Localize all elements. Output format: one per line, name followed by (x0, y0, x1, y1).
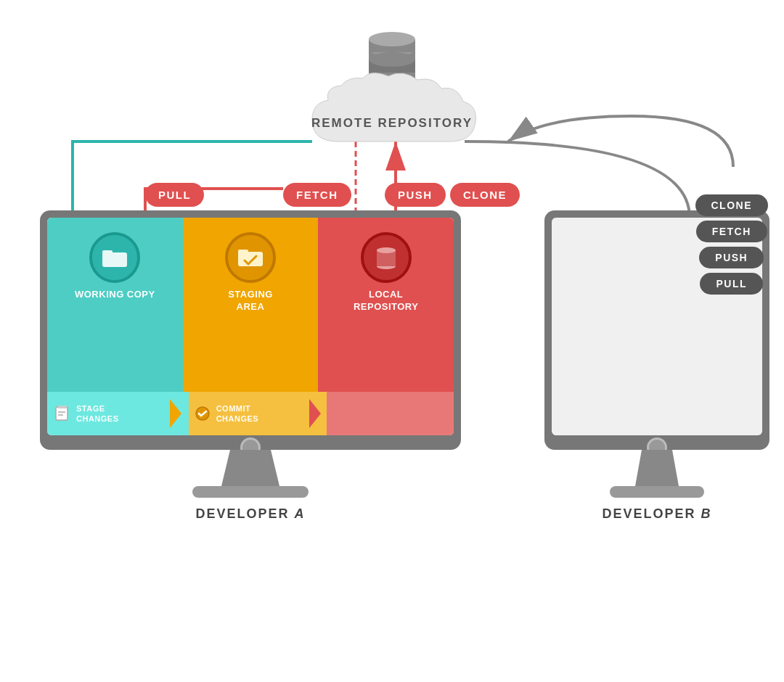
working-copy-section: WORKING COPY (47, 218, 183, 392)
folder-icon (102, 247, 128, 268)
svg-rect-13 (102, 250, 113, 256)
svg-point-20 (377, 247, 396, 253)
svg-rect-22 (58, 406, 67, 408)
local-repo-bottom-bar (327, 392, 454, 435)
right-push-pill: PUSH (699, 247, 764, 268)
stage-icon (54, 405, 70, 422)
cloud-shape (298, 73, 486, 152)
monitor-b-stand (635, 450, 679, 486)
push-pill: PUSH (385, 183, 446, 207)
staging-area-section: STAGINGAREA (183, 218, 319, 392)
monitor-a-bezel-bottom (47, 435, 454, 450)
monitor-a-stand (221, 450, 279, 486)
monitor-a-screen-area: WORKING COPY STAGIN (40, 210, 461, 450)
working-copy-label: WORKING COPY (75, 289, 155, 301)
pull-pill: PULL (145, 183, 204, 207)
staging-area-label: STAGINGAREA (228, 289, 273, 313)
monitor-a-screen: WORKING COPY STAGIN (47, 218, 454, 435)
developer-b-label: DEVELOPER B (544, 506, 769, 522)
local-db-icon (374, 246, 399, 269)
svg-point-9 (369, 52, 415, 67)
commit-changes-bar: COMMITCHANGES (189, 392, 327, 435)
local-repo-label: LOCALREPOSITORY (354, 289, 419, 313)
svg-point-11 (369, 32, 415, 46)
action-bars: STAGECHANGES COMMITCHANGES (47, 392, 454, 435)
monitor-a-base (192, 486, 309, 498)
svg-rect-15 (238, 250, 248, 255)
commit-icon (195, 406, 211, 422)
fetch-pill: FETCH (283, 183, 351, 207)
stage-changes-label: STAGECHANGES (76, 403, 119, 424)
monitor-b-bezel-bottom (552, 435, 762, 450)
monitor-a: WORKING COPY STAGIN (40, 210, 461, 522)
clone-right-top-pill: CLONE (450, 183, 520, 207)
monitor-b-base (610, 486, 704, 498)
remote-repo-label: REMOTE REPOSITORY (311, 116, 473, 131)
developer-a-label: DEVELOPER A (40, 506, 461, 522)
remote-repository-container: REMOTE REPOSITORY (298, 29, 486, 131)
commit-changes-label: COMMITCHANGES (216, 403, 259, 424)
right-fetch-pill: FETCH (696, 221, 767, 242)
right-pull-pill: PULL (700, 273, 763, 295)
local-repo-section: LOCALREPOSITORY (318, 218, 454, 392)
right-pills-stack: CLONE FETCH PUSH PULL (695, 194, 769, 295)
svg-rect-21 (56, 407, 68, 420)
right-clone-pill: CLONE (695, 194, 769, 216)
staging-folder-icon (237, 246, 264, 269)
stage-changes-bar: STAGECHANGES (47, 392, 189, 435)
diagram-container: REMOTE REPOSITORY CLONE PULL FETCH PUSH … (0, 0, 784, 682)
